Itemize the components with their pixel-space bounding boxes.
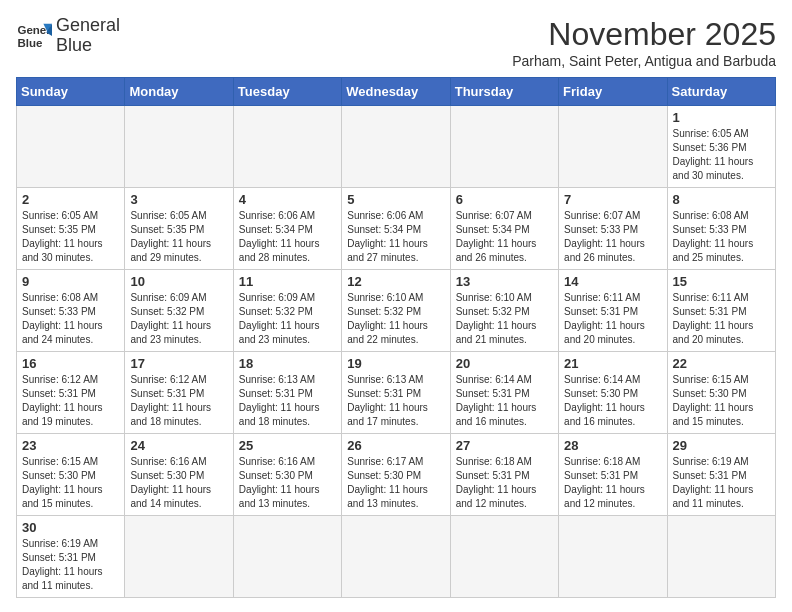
day-number: 29: [673, 438, 770, 453]
calendar-header-row: SundayMondayTuesdayWednesdayThursdayFrid…: [17, 78, 776, 106]
day-info: Sunrise: 6:12 AM Sunset: 5:31 PM Dayligh…: [22, 373, 119, 429]
calendar-cell: [342, 516, 450, 598]
day-info: Sunrise: 6:16 AM Sunset: 5:30 PM Dayligh…: [239, 455, 336, 511]
calendar-week-5: 23Sunrise: 6:15 AM Sunset: 5:30 PM Dayli…: [17, 434, 776, 516]
header-day-tuesday: Tuesday: [233, 78, 341, 106]
calendar-week-4: 16Sunrise: 6:12 AM Sunset: 5:31 PM Dayli…: [17, 352, 776, 434]
header-day-wednesday: Wednesday: [342, 78, 450, 106]
day-number: 15: [673, 274, 770, 289]
day-number: 23: [22, 438, 119, 453]
day-number: 10: [130, 274, 227, 289]
calendar: SundayMondayTuesdayWednesdayThursdayFrid…: [16, 77, 776, 598]
day-number: 19: [347, 356, 444, 371]
logo-icon: General Blue: [16, 18, 52, 54]
day-number: 1: [673, 110, 770, 125]
calendar-cell: [667, 516, 775, 598]
calendar-week-1: 1Sunrise: 6:05 AM Sunset: 5:36 PM Daylig…: [17, 106, 776, 188]
day-number: 9: [22, 274, 119, 289]
calendar-cell: [450, 516, 558, 598]
day-info: Sunrise: 6:15 AM Sunset: 5:30 PM Dayligh…: [673, 373, 770, 429]
calendar-cell: 4Sunrise: 6:06 AM Sunset: 5:34 PM Daylig…: [233, 188, 341, 270]
day-number: 21: [564, 356, 661, 371]
calendar-cell: 1Sunrise: 6:05 AM Sunset: 5:36 PM Daylig…: [667, 106, 775, 188]
logo-text: General Blue: [56, 16, 120, 56]
day-number: 27: [456, 438, 553, 453]
logo: General Blue General Blue: [16, 16, 120, 56]
calendar-cell: [233, 516, 341, 598]
day-number: 2: [22, 192, 119, 207]
subtitle: Parham, Saint Peter, Antigua and Barbuda: [512, 53, 776, 69]
day-number: 11: [239, 274, 336, 289]
month-title: November 2025: [512, 16, 776, 53]
day-info: Sunrise: 6:05 AM Sunset: 5:35 PM Dayligh…: [22, 209, 119, 265]
day-number: 12: [347, 274, 444, 289]
header-day-saturday: Saturday: [667, 78, 775, 106]
calendar-cell: 3Sunrise: 6:05 AM Sunset: 5:35 PM Daylig…: [125, 188, 233, 270]
calendar-cell: 30Sunrise: 6:19 AM Sunset: 5:31 PM Dayli…: [17, 516, 125, 598]
day-number: 3: [130, 192, 227, 207]
header-day-sunday: Sunday: [17, 78, 125, 106]
calendar-cell: 8Sunrise: 6:08 AM Sunset: 5:33 PM Daylig…: [667, 188, 775, 270]
day-number: 20: [456, 356, 553, 371]
day-info: Sunrise: 6:12 AM Sunset: 5:31 PM Dayligh…: [130, 373, 227, 429]
calendar-cell: 11Sunrise: 6:09 AM Sunset: 5:32 PM Dayli…: [233, 270, 341, 352]
day-number: 24: [130, 438, 227, 453]
day-info: Sunrise: 6:07 AM Sunset: 5:34 PM Dayligh…: [456, 209, 553, 265]
calendar-cell: 19Sunrise: 6:13 AM Sunset: 5:31 PM Dayli…: [342, 352, 450, 434]
day-info: Sunrise: 6:15 AM Sunset: 5:30 PM Dayligh…: [22, 455, 119, 511]
day-info: Sunrise: 6:11 AM Sunset: 5:31 PM Dayligh…: [564, 291, 661, 347]
day-number: 25: [239, 438, 336, 453]
day-info: Sunrise: 6:08 AM Sunset: 5:33 PM Dayligh…: [673, 209, 770, 265]
calendar-cell: [559, 106, 667, 188]
calendar-cell: [559, 516, 667, 598]
calendar-cell: 28Sunrise: 6:18 AM Sunset: 5:31 PM Dayli…: [559, 434, 667, 516]
day-info: Sunrise: 6:06 AM Sunset: 5:34 PM Dayligh…: [239, 209, 336, 265]
day-info: Sunrise: 6:14 AM Sunset: 5:30 PM Dayligh…: [564, 373, 661, 429]
calendar-cell: [125, 106, 233, 188]
day-number: 14: [564, 274, 661, 289]
calendar-cell: 10Sunrise: 6:09 AM Sunset: 5:32 PM Dayli…: [125, 270, 233, 352]
day-info: Sunrise: 6:18 AM Sunset: 5:31 PM Dayligh…: [456, 455, 553, 511]
title-area: November 2025 Parham, Saint Peter, Antig…: [512, 16, 776, 69]
calendar-week-3: 9Sunrise: 6:08 AM Sunset: 5:33 PM Daylig…: [17, 270, 776, 352]
day-number: 7: [564, 192, 661, 207]
calendar-cell: 25Sunrise: 6:16 AM Sunset: 5:30 PM Dayli…: [233, 434, 341, 516]
day-number: 30: [22, 520, 119, 535]
calendar-cell: [342, 106, 450, 188]
calendar-cell: 24Sunrise: 6:16 AM Sunset: 5:30 PM Dayli…: [125, 434, 233, 516]
day-number: 16: [22, 356, 119, 371]
calendar-cell: 2Sunrise: 6:05 AM Sunset: 5:35 PM Daylig…: [17, 188, 125, 270]
day-info: Sunrise: 6:19 AM Sunset: 5:31 PM Dayligh…: [22, 537, 119, 593]
calendar-cell: 5Sunrise: 6:06 AM Sunset: 5:34 PM Daylig…: [342, 188, 450, 270]
day-info: Sunrise: 6:10 AM Sunset: 5:32 PM Dayligh…: [456, 291, 553, 347]
calendar-cell: 20Sunrise: 6:14 AM Sunset: 5:31 PM Dayli…: [450, 352, 558, 434]
day-info: Sunrise: 6:19 AM Sunset: 5:31 PM Dayligh…: [673, 455, 770, 511]
day-info: Sunrise: 6:05 AM Sunset: 5:36 PM Dayligh…: [673, 127, 770, 183]
day-number: 6: [456, 192, 553, 207]
day-number: 26: [347, 438, 444, 453]
calendar-cell: 17Sunrise: 6:12 AM Sunset: 5:31 PM Dayli…: [125, 352, 233, 434]
calendar-cell: [233, 106, 341, 188]
calendar-cell: 7Sunrise: 6:07 AM Sunset: 5:33 PM Daylig…: [559, 188, 667, 270]
day-info: Sunrise: 6:11 AM Sunset: 5:31 PM Dayligh…: [673, 291, 770, 347]
calendar-cell: 23Sunrise: 6:15 AM Sunset: 5:30 PM Dayli…: [17, 434, 125, 516]
day-info: Sunrise: 6:13 AM Sunset: 5:31 PM Dayligh…: [239, 373, 336, 429]
header: General Blue General Blue November 2025 …: [16, 16, 776, 69]
day-info: Sunrise: 6:08 AM Sunset: 5:33 PM Dayligh…: [22, 291, 119, 347]
header-day-thursday: Thursday: [450, 78, 558, 106]
calendar-cell: 6Sunrise: 6:07 AM Sunset: 5:34 PM Daylig…: [450, 188, 558, 270]
day-number: 17: [130, 356, 227, 371]
header-day-friday: Friday: [559, 78, 667, 106]
calendar-cell: [450, 106, 558, 188]
day-info: Sunrise: 6:13 AM Sunset: 5:31 PM Dayligh…: [347, 373, 444, 429]
day-info: Sunrise: 6:06 AM Sunset: 5:34 PM Dayligh…: [347, 209, 444, 265]
calendar-cell: 21Sunrise: 6:14 AM Sunset: 5:30 PM Dayli…: [559, 352, 667, 434]
day-info: Sunrise: 6:16 AM Sunset: 5:30 PM Dayligh…: [130, 455, 227, 511]
calendar-week-6: 30Sunrise: 6:19 AM Sunset: 5:31 PM Dayli…: [17, 516, 776, 598]
day-number: 5: [347, 192, 444, 207]
calendar-week-2: 2Sunrise: 6:05 AM Sunset: 5:35 PM Daylig…: [17, 188, 776, 270]
calendar-cell: 12Sunrise: 6:10 AM Sunset: 5:32 PM Dayli…: [342, 270, 450, 352]
day-info: Sunrise: 6:18 AM Sunset: 5:31 PM Dayligh…: [564, 455, 661, 511]
calendar-cell: 22Sunrise: 6:15 AM Sunset: 5:30 PM Dayli…: [667, 352, 775, 434]
calendar-cell: 16Sunrise: 6:12 AM Sunset: 5:31 PM Dayli…: [17, 352, 125, 434]
